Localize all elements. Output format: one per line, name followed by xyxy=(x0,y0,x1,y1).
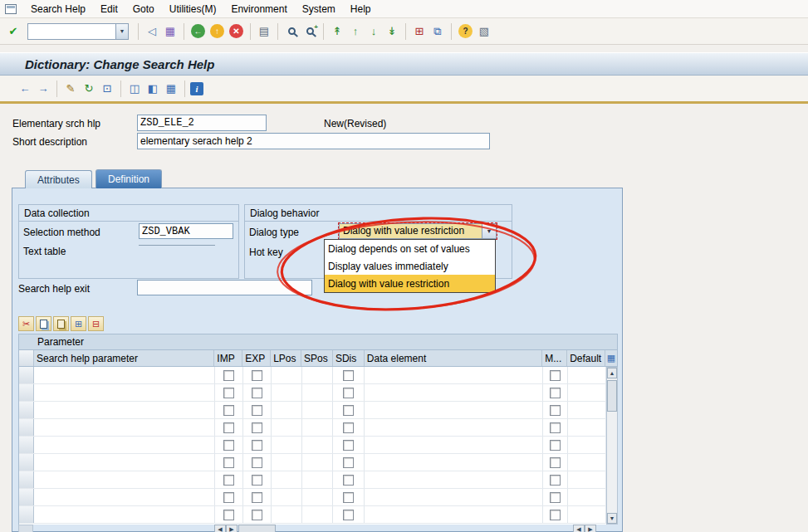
cell-search-help-parameter[interactable] xyxy=(34,471,215,488)
cell-search-help-parameter[interactable] xyxy=(34,402,215,418)
checkbox[interactable] xyxy=(252,510,262,520)
cell-exp[interactable] xyxy=(243,367,272,383)
find-icon[interactable] xyxy=(283,23,300,40)
row-selector[interactable] xyxy=(19,471,34,488)
cell-data-element[interactable] xyxy=(365,437,543,453)
checkbox[interactable] xyxy=(223,457,234,468)
menu-search-help[interactable]: Search Help xyxy=(23,1,93,17)
cell-imp[interactable] xyxy=(215,506,243,523)
checkbox[interactable] xyxy=(223,492,234,503)
row-selector[interactable] xyxy=(19,437,34,453)
cell-default[interactable] xyxy=(568,471,606,488)
cell-m[interactable] xyxy=(543,437,568,453)
cell-imp[interactable] xyxy=(215,384,243,401)
cell-lpos[interactable] xyxy=(272,419,302,436)
row-selector[interactable] xyxy=(19,384,34,401)
previous-page-icon[interactable]: ↑ xyxy=(347,23,364,40)
column-header-lpos[interactable]: LPos xyxy=(271,350,301,366)
checkbox[interactable] xyxy=(343,457,354,468)
checkbox[interactable] xyxy=(252,457,262,468)
cell-search-help-parameter[interactable] xyxy=(34,419,215,436)
menu-help[interactable]: Help xyxy=(343,1,379,17)
checkbox[interactable] xyxy=(343,388,354,398)
cell-sdis[interactable] xyxy=(333,454,365,471)
cell-imp[interactable] xyxy=(215,367,243,383)
dropdown-arrow-icon[interactable]: ▼ xyxy=(482,224,496,238)
cell-data-element[interactable] xyxy=(365,419,543,436)
menu-environment[interactable]: Environment xyxy=(223,1,294,17)
dialog-type-combobox[interactable]: Dialog with value restriction ▼ xyxy=(339,223,497,239)
tab-attributes[interactable]: Attributes xyxy=(25,170,92,188)
scroll-up-icon[interactable]: ▲ xyxy=(607,368,617,378)
cell-imp[interactable] xyxy=(215,489,243,505)
cell-sdis[interactable] xyxy=(333,419,365,436)
cell-data-element[interactable] xyxy=(365,506,543,523)
cell-exp[interactable] xyxy=(243,506,272,523)
cell-spos[interactable] xyxy=(302,419,334,436)
column-header-sdis[interactable]: SDis xyxy=(333,350,365,366)
checkbox[interactable] xyxy=(252,370,262,381)
cell-data-element[interactable] xyxy=(365,471,543,488)
exit-icon[interactable]: ↑ xyxy=(210,24,224,38)
cell-default[interactable] xyxy=(568,367,606,383)
back-icon[interactable]: ← xyxy=(191,24,205,38)
tab-definition[interactable]: Definition xyxy=(95,169,162,188)
checkbox[interactable] xyxy=(252,388,262,398)
cell-imp[interactable] xyxy=(215,419,243,436)
checkbox[interactable] xyxy=(550,370,561,381)
where-used-icon[interactable]: ◫ xyxy=(126,81,143,97)
column-header-exp[interactable]: EXP xyxy=(242,350,271,366)
cell-spos[interactable] xyxy=(302,402,334,418)
row-selector[interactable] xyxy=(19,367,34,383)
cell-sdis[interactable] xyxy=(333,471,365,488)
cell-data-element[interactable] xyxy=(365,402,543,418)
row-selector[interactable] xyxy=(19,506,34,523)
cell-m[interactable] xyxy=(543,506,568,523)
cell-imp[interactable] xyxy=(215,402,243,418)
column-header-search-help-parameter[interactable]: Search help parameter xyxy=(34,350,214,366)
column-header-spos[interactable]: SPos xyxy=(301,350,333,366)
next-page-icon[interactable]: ↓ xyxy=(365,23,382,40)
dropdown-option-display-values-immediately[interactable]: Display values immediately xyxy=(325,257,495,275)
menu-system[interactable]: System xyxy=(295,1,343,17)
menu-goto[interactable]: Goto xyxy=(125,1,162,17)
checkbox[interactable] xyxy=(550,510,561,520)
cell-lpos[interactable] xyxy=(272,402,302,418)
cell-exp[interactable] xyxy=(243,437,272,453)
cell-default[interactable] xyxy=(568,419,606,436)
system-menu-icon[interactable] xyxy=(5,4,17,14)
cell-lpos[interactable] xyxy=(272,506,302,523)
cell-lpos[interactable] xyxy=(272,384,302,401)
cell-sdis[interactable] xyxy=(333,367,365,383)
first-page-icon[interactable]: ↟ xyxy=(329,23,345,40)
scroll-down-icon[interactable]: ▼ xyxy=(607,513,617,524)
create-shortcut-icon[interactable]: ⧉ xyxy=(429,23,446,40)
print-icon[interactable]: ▤ xyxy=(256,23,272,40)
horizontal-scroll-thumb[interactable] xyxy=(238,525,276,532)
cell-m[interactable] xyxy=(543,367,568,383)
cell-spos[interactable] xyxy=(302,384,334,401)
menu-utilities-m[interactable]: Utilities(M) xyxy=(162,1,224,17)
cell-exp[interactable] xyxy=(243,402,272,418)
command-dropdown-icon[interactable]: ▼ xyxy=(115,24,128,39)
checkbox[interactable] xyxy=(223,510,234,520)
cell-m[interactable] xyxy=(543,402,568,418)
copy-icon[interactable] xyxy=(36,316,51,331)
cell-search-help-parameter[interactable] xyxy=(34,454,215,471)
command-field[interactable] xyxy=(28,25,115,38)
table-contents-icon[interactable]: ▦ xyxy=(163,81,179,97)
short-description-input[interactable] xyxy=(137,133,490,149)
cell-search-help-parameter[interactable] xyxy=(34,489,215,505)
cell-m[interactable] xyxy=(543,454,568,471)
column-header-default[interactable]: Default xyxy=(567,350,605,366)
hierarchy-icon[interactable]: ◧ xyxy=(144,81,161,97)
checkbox[interactable] xyxy=(223,388,234,398)
delete-row-icon[interactable]: ⊟ xyxy=(88,316,104,331)
checkbox[interactable] xyxy=(223,440,234,451)
cancel-icon[interactable]: ✕ xyxy=(229,24,243,38)
checkbox[interactable] xyxy=(223,422,234,433)
cell-default[interactable] xyxy=(568,454,606,471)
find-next-icon[interactable]: + xyxy=(301,23,318,40)
checkbox[interactable] xyxy=(252,492,262,503)
copy-object-icon[interactable]: ⊡ xyxy=(99,81,115,97)
